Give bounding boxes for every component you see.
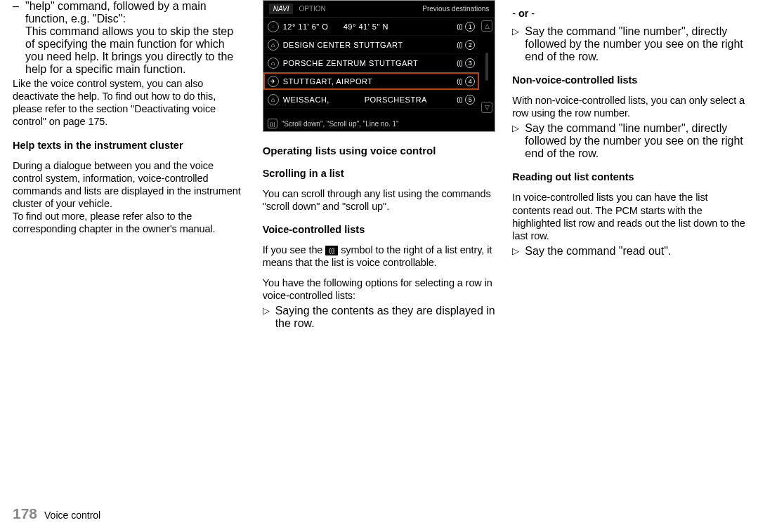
step-text: Say the command "line number", directly … <box>525 122 745 160</box>
voice-icon: ((| <box>456 96 463 103</box>
pcm-tab-option: OPTION <box>299 5 325 13</box>
list-item-text: "help" command, followed by a main funct… <box>25 0 246 76</box>
step-say-contents: ▷ Saying the contents as they are displa… <box>263 305 496 330</box>
paragraph-voice-symbol: If you see the ((| symbol to the right o… <box>263 244 496 269</box>
pcm-row-num: 5 <box>465 95 475 105</box>
pcm-sidebar: △ ▽ <box>479 18 495 116</box>
pcm-header: NAVI OPTION Previous destinations <box>263 1 495 18</box>
columns: – "help" command, followed by a main fun… <box>13 0 745 330</box>
step-text: Say the command "line number", directly … <box>525 25 745 63</box>
triangle-bullet-icon: ▷ <box>263 305 275 330</box>
column-1: – "help" command, followed by a main fun… <box>13 0 246 330</box>
pcm-scroll-up-icon: △ <box>481 20 492 32</box>
pcm-row-label: STUTTGART, AIRPORT <box>283 77 457 86</box>
pcm-scroll-down-icon: ▽ <box>481 102 492 113</box>
list-item-help-command: – "help" command, followed by a main fun… <box>13 0 246 76</box>
pcm-row-num: 1 <box>465 22 475 32</box>
pcm-tab-navi: NAVI <box>269 4 294 14</box>
pcm-row-icon: ⌂ <box>268 94 279 105</box>
voice-icon: ((| <box>456 41 463 48</box>
pcm-hint: "Scroll down", "Scroll up", "Line no. 1" <box>282 120 399 128</box>
paragraph-deactivate-help: Like the voice control system, you can a… <box>13 77 246 128</box>
step-text: Saying the contents as they are displaye… <box>275 305 496 330</box>
pcm-footer: ((| "Scroll down", "Scroll up", "Line no… <box>263 116 495 131</box>
column-2: NAVI OPTION Previous destinations · 12° … <box>263 0 496 330</box>
heading-reading-out: Reading out list contents <box>512 171 745 182</box>
step-line-number-1: ▷ Say the command "line number", directl… <box>512 25 745 63</box>
page: – "help" command, followed by a main fun… <box>0 0 758 532</box>
heading-operating-lists: Operating lists using voice control <box>263 145 496 157</box>
page-footer: 178 Voice control <box>13 505 100 522</box>
triangle-bullet-icon: ▷ <box>512 122 525 160</box>
step-line-number-2: ▷ Say the command "line number", directl… <box>512 122 745 160</box>
pcm-row-icon: ✈ <box>268 76 279 87</box>
pcm-row-num: 4 <box>465 77 475 86</box>
pcm-scrollbar <box>485 53 488 81</box>
column-3: - or - ▷ Say the command "line number", … <box>512 0 745 330</box>
pcm-row-1: · 12° 11' 6" O 49° 41' 5" N ((|1 <box>263 18 480 36</box>
paragraph-select-options: You have the following options for selec… <box>263 277 496 302</box>
voice-icon: ((| <box>456 23 463 30</box>
footer-title: Voice control <box>44 510 100 521</box>
paragraph-non-voice: With non-voice-controlled lists, you can… <box>512 94 745 119</box>
triangle-bullet-icon: ▷ <box>512 25 525 63</box>
paragraph-read-out: In voice-controlled lists you can have t… <box>512 191 745 242</box>
paragraph-scroll-commands: You can scroll through any list using th… <box>263 187 496 213</box>
heading-non-voice-lists: Non-voice-controlled lists <box>512 74 745 86</box>
pcm-row-5: ⌂ WEISSACH, PORSCHESTRA ((|5 <box>263 91 480 109</box>
page-number: 178 <box>13 505 37 522</box>
or-separator: - or - <box>512 7 745 20</box>
triangle-bullet-icon: ▷ <box>512 245 525 258</box>
voice-icon: ((| <box>456 78 463 85</box>
heading-scrolling: Scrolling in a list <box>263 168 496 179</box>
step-text: Say the command "read out". <box>525 245 671 258</box>
pcm-row-2: ⌂ DESIGN CENTER STUTTGART ((|2 <box>263 36 480 54</box>
step-read-out: ▷ Say the command "read out". <box>512 245 745 258</box>
pcm-row-icon: · <box>268 21 279 32</box>
heading-voice-lists: Voice-controlled lists <box>263 224 496 235</box>
pcm-body: · 12° 11' 6" O 49° 41' 5" N ((|1 ⌂ DESIG… <box>263 18 495 116</box>
pcm-row-icon: ⌂ <box>268 58 279 69</box>
heading-help-texts-cluster: Help texts in the instrument cluster <box>13 140 246 151</box>
pcm-row-label: PORSCHE ZENTRUM STUTTGART <box>283 59 457 67</box>
paragraph-cluster: During a dialogue between you and the vo… <box>13 159 246 236</box>
voice-symbol-icon: ((| <box>325 246 338 255</box>
voice-icon: ((| <box>456 60 463 67</box>
pcm-row-num: 3 <box>465 58 475 68</box>
pcm-row-label: WEISSACH, PORSCHESTRA <box>283 95 457 104</box>
pcm-list: · 12° 11' 6" O 49° 41' 5" N ((|1 ⌂ DESIG… <box>263 18 480 116</box>
pcm-row-3: ⌂ PORSCHE ZENTRUM STUTTGART ((|3 <box>263 54 480 72</box>
pcm-row-icon: ⌂ <box>268 39 279 51</box>
pcm-row-4-selected: ✈ STUTTGART, AIRPORT ((|4 <box>263 72 480 91</box>
pcm-row-label: DESIGN CENTER STUTTGART <box>283 41 457 49</box>
pcm-screenshot: NAVI OPTION Previous destinations · 12° … <box>263 0 496 132</box>
pcm-title: Previous destinations <box>422 5 489 13</box>
mic-icon: ((| <box>268 119 277 128</box>
dash-bullet: – <box>13 0 25 76</box>
pcm-row-label: 12° 11' 6" O 49° 41' 5" N <box>283 22 457 31</box>
pcm-row-num: 2 <box>465 40 475 50</box>
